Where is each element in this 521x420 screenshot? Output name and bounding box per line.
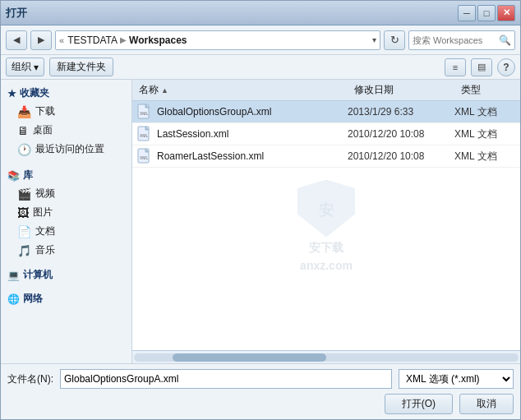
sidebar-item-document[interactable]: 📄 文档 bbox=[1, 222, 131, 241]
file-item-name: GlobalOptionsGroupA.xml bbox=[157, 106, 348, 118]
cancel-button[interactable]: 取消 bbox=[459, 394, 514, 414]
file-area: 名称 ▲ 修改日期 类型 安 安下载 anxz.com bbox=[132, 80, 520, 363]
picture-icon: 🖼 bbox=[17, 206, 29, 219]
col-date-header[interactable]: 修改日期 bbox=[348, 81, 454, 99]
library-header[interactable]: 📚 库 bbox=[1, 165, 131, 184]
dialog-title: 打开 bbox=[6, 6, 27, 21]
search-bar[interactable]: 🔍 bbox=[408, 30, 515, 50]
recent-icon: 🕐 bbox=[17, 143, 31, 156]
path-root-icon: « bbox=[59, 35, 64, 45]
filename-input[interactable] bbox=[60, 369, 392, 389]
sidebar: ★ 收藏夹 📥 下载 🖥 桌面 🕐 最近访问的位置 📚 库 🎬 bbox=[1, 80, 132, 363]
file-item[interactable]: XML GlobalOptionsGroupA.xml 2013/1/29 6:… bbox=[132, 101, 520, 123]
bottom-bar: 文件名(N): XML 选项 (*.xml) 打开(O) 取消 bbox=[1, 363, 520, 419]
file-item-date: 2010/12/20 10:08 bbox=[348, 128, 454, 140]
second-toolbar: 组织 ▾ 新建文件夹 ≡ ▤ ? bbox=[1, 55, 520, 80]
document-icon: 📄 bbox=[17, 225, 31, 238]
watermark-shield: 安 bbox=[297, 180, 355, 238]
file-item-type: XML 文档 bbox=[454, 127, 520, 141]
window-controls: ─ □ ✕ bbox=[458, 5, 515, 21]
desktop-icon: 🖥 bbox=[17, 124, 29, 137]
video-icon: 🎬 bbox=[17, 187, 31, 201]
sort-arrow: ▲ bbox=[161, 86, 168, 95]
computer-header[interactable]: 💻 计算机 bbox=[1, 266, 131, 284]
action-row: 打开(O) 取消 bbox=[7, 394, 514, 414]
maximize-button[interactable]: □ bbox=[477, 5, 496, 21]
close-button[interactable]: ✕ bbox=[497, 5, 515, 21]
view-button-grid[interactable]: ▤ bbox=[471, 58, 492, 76]
path-segment-testdata: TESTDATA ▶ Workspaces bbox=[67, 35, 187, 46]
file-item-name: RoamerLastSession.xml bbox=[157, 150, 348, 162]
horizontal-scrollbar[interactable] bbox=[132, 350, 520, 363]
file-item-type: XML 文档 bbox=[454, 105, 520, 119]
nav-toolbar: ◀ ▶ « TESTDATA ▶ Workspaces ▾ ↻ 🔍 bbox=[1, 25, 520, 55]
back-button[interactable]: ◀ bbox=[6, 30, 27, 50]
svg-text:XML: XML bbox=[140, 155, 149, 160]
svg-text:XML: XML bbox=[140, 111, 149, 116]
watermark-subtext: anxz.com bbox=[300, 259, 353, 272]
minimize-button[interactable]: ─ bbox=[458, 5, 476, 21]
open-dialog: 打开 ─ □ ✕ ◀ ▶ « TESTDATA ▶ Workspaces ▾ ↻… bbox=[0, 0, 521, 420]
sidebar-item-music[interactable]: 🎵 音乐 bbox=[1, 241, 131, 260]
search-input[interactable] bbox=[413, 35, 497, 45]
filename-row: 文件名(N): XML 选项 (*.xml) bbox=[7, 369, 514, 389]
col-name-header[interactable]: 名称 ▲ bbox=[132, 81, 348, 99]
scroll-track bbox=[134, 353, 519, 362]
star-icon: ★ bbox=[7, 88, 16, 99]
file-item-date: 2013/1/29 6:33 bbox=[348, 106, 454, 118]
favorites-header[interactable]: ★ 收藏夹 bbox=[1, 85, 131, 102]
filetype-select[interactable]: XML 选项 (*.xml) bbox=[399, 369, 514, 389]
watermark-text: 安下载 bbox=[309, 241, 343, 256]
file-item[interactable]: XML RoamerLastSession.xml 2010/12/20 10:… bbox=[132, 145, 520, 168]
sidebar-item-desktop[interactable]: 🖥 桌面 bbox=[1, 121, 131, 140]
new-folder-button[interactable]: 新建文件夹 bbox=[49, 58, 113, 76]
organize-button[interactable]: 组织 ▾ bbox=[6, 58, 44, 76]
file-item[interactable]: XML LastSession.xml 2010/12/20 10:08 XML… bbox=[132, 123, 520, 145]
download-icon: 📥 bbox=[17, 105, 31, 118]
view-button-list[interactable]: ≡ bbox=[445, 58, 466, 76]
music-icon: 🎵 bbox=[17, 244, 31, 257]
path-bar[interactable]: « TESTDATA ▶ Workspaces ▾ bbox=[55, 30, 380, 50]
svg-text:XML: XML bbox=[140, 133, 149, 138]
file-item-type: XML 文档 bbox=[454, 150, 520, 164]
sidebar-item-picture[interactable]: 🖼 图片 bbox=[1, 203, 131, 222]
svg-text:安: 安 bbox=[318, 201, 334, 219]
refresh-button[interactable]: ↻ bbox=[384, 30, 405, 50]
sidebar-item-video[interactable]: 🎬 视频 bbox=[1, 184, 131, 203]
title-bar: 打开 ─ □ ✕ bbox=[1, 1, 520, 25]
filename-label: 文件名(N): bbox=[7, 372, 53, 386]
path-dropdown-arrow[interactable]: ▾ bbox=[372, 35, 376, 44]
open-button[interactable]: 打开(O) bbox=[385, 394, 453, 414]
watermark: 安 安下载 anxz.com bbox=[297, 180, 355, 272]
file-list: 安 安下载 anxz.com XML GlobalO bbox=[132, 101, 520, 350]
help-button[interactable]: ? bbox=[497, 58, 515, 76]
network-header[interactable]: 🌐 网络 bbox=[1, 290, 131, 307]
file-item-date: 2010/12/20 10:08 bbox=[348, 150, 454, 162]
library-icon: 📚 bbox=[7, 170, 20, 182]
path-separator: ▶ bbox=[120, 35, 127, 44]
sidebar-item-download[interactable]: 📥 下载 bbox=[1, 102, 131, 121]
xml-file-icon: XML bbox=[132, 104, 157, 120]
computer-icon: 💻 bbox=[7, 270, 20, 281]
network-icon: 🌐 bbox=[7, 293, 20, 305]
file-list-header: 名称 ▲ 修改日期 类型 bbox=[132, 80, 520, 101]
search-icon[interactable]: 🔍 bbox=[499, 35, 511, 46]
scroll-thumb[interactable] bbox=[173, 353, 326, 362]
main-area: ★ 收藏夹 📥 下载 🖥 桌面 🕐 最近访问的位置 📚 库 🎬 bbox=[1, 80, 520, 363]
xml-file-icon: XML bbox=[132, 148, 157, 164]
sidebar-item-recent[interactable]: 🕐 最近访问的位置 bbox=[1, 140, 131, 159]
file-item-name: LastSession.xml bbox=[157, 128, 348, 140]
xml-file-icon: XML bbox=[132, 126, 157, 142]
forward-button[interactable]: ▶ bbox=[30, 30, 52, 50]
col-type-header[interactable]: 类型 bbox=[454, 81, 520, 99]
